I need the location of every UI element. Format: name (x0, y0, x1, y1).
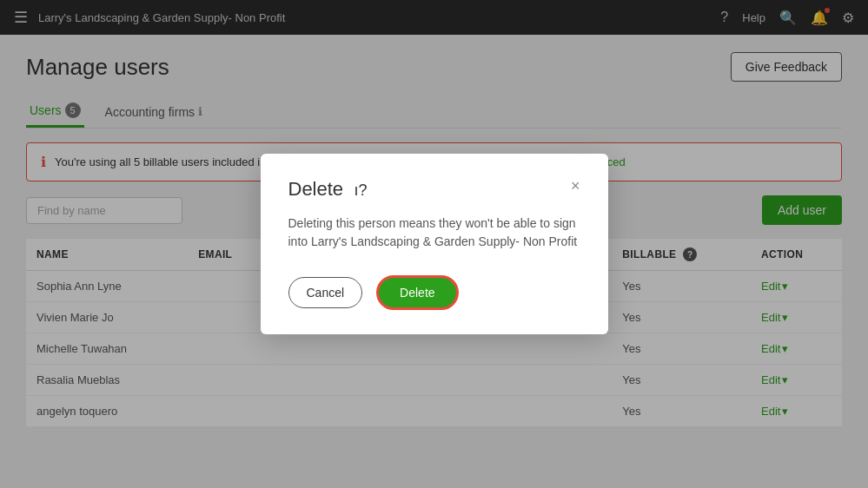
modal-close-button[interactable]: × (571, 178, 580, 194)
delete-modal: Delete ı? × Deleting this person means t… (261, 154, 608, 334)
modal-body: Deleting this person means they won't be… (288, 214, 580, 251)
modal-actions: Cancel Delete (288, 275, 580, 310)
modal-title: Delete (288, 178, 344, 200)
modal-overlay[interactable]: Delete ı? × Deleting this person means t… (0, 0, 868, 488)
delete-button[interactable]: Delete (376, 275, 458, 310)
cancel-button[interactable]: Cancel (288, 277, 363, 308)
modal-header: Delete ı? × (288, 178, 580, 201)
modal-title-area: Delete ı? (288, 178, 368, 201)
modal-person-name: ı? (354, 181, 368, 199)
